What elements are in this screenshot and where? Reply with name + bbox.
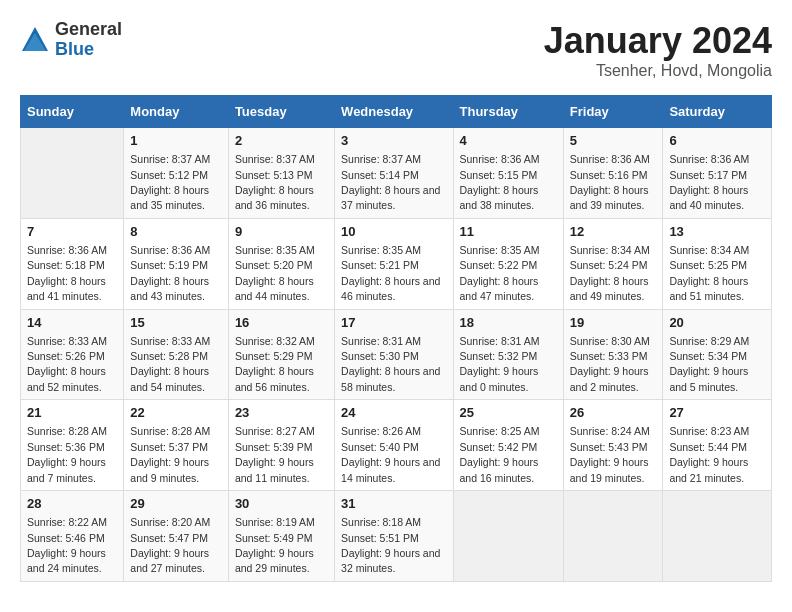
- day-sunset: Sunset: 5:14 PM: [341, 169, 419, 181]
- day-number: 21: [27, 404, 117, 422]
- day-sunrise: Sunrise: 8:20 AM: [130, 516, 210, 528]
- day-sunrise: Sunrise: 8:18 AM: [341, 516, 421, 528]
- day-sunset: Sunset: 5:47 PM: [130, 532, 208, 544]
- day-sunrise: Sunrise: 8:28 AM: [27, 425, 107, 437]
- day-sunset: Sunset: 5:37 PM: [130, 441, 208, 453]
- calendar-week-row: 7 Sunrise: 8:36 AM Sunset: 5:18 PM Dayli…: [21, 218, 772, 309]
- day-sunrise: Sunrise: 8:31 AM: [460, 335, 540, 347]
- header-sunday: Sunday: [21, 96, 124, 128]
- day-number: 12: [570, 223, 657, 241]
- day-daylight: Daylight: 9 hours and 9 minutes.: [130, 456, 209, 483]
- day-sunset: Sunset: 5:32 PM: [460, 350, 538, 362]
- day-daylight: Daylight: 8 hours and 35 minutes.: [130, 184, 209, 211]
- calendar-cell: 2 Sunrise: 8:37 AM Sunset: 5:13 PM Dayli…: [228, 128, 334, 219]
- calendar-cell: 4 Sunrise: 8:36 AM Sunset: 5:15 PM Dayli…: [453, 128, 563, 219]
- day-daylight: Daylight: 8 hours and 51 minutes.: [669, 275, 748, 302]
- day-sunset: Sunset: 5:28 PM: [130, 350, 208, 362]
- day-daylight: Daylight: 9 hours and 7 minutes.: [27, 456, 106, 483]
- day-sunrise: Sunrise: 8:37 AM: [341, 153, 421, 165]
- calendar-cell: 15 Sunrise: 8:33 AM Sunset: 5:28 PM Dayl…: [124, 309, 229, 400]
- day-daylight: Daylight: 9 hours and 16 minutes.: [460, 456, 539, 483]
- day-sunset: Sunset: 5:30 PM: [341, 350, 419, 362]
- day-sunrise: Sunrise: 8:36 AM: [669, 153, 749, 165]
- calendar-cell: 28 Sunrise: 8:22 AM Sunset: 5:46 PM Dayl…: [21, 491, 124, 582]
- calendar-cell: 10 Sunrise: 8:35 AM Sunset: 5:21 PM Dayl…: [335, 218, 453, 309]
- day-number: 2: [235, 132, 328, 150]
- day-number: 14: [27, 314, 117, 332]
- day-number: 27: [669, 404, 765, 422]
- day-daylight: Daylight: 8 hours and 49 minutes.: [570, 275, 649, 302]
- calendar-cell: 8 Sunrise: 8:36 AM Sunset: 5:19 PM Dayli…: [124, 218, 229, 309]
- day-sunset: Sunset: 5:34 PM: [669, 350, 747, 362]
- location: Tsenher, Hovd, Mongolia: [544, 62, 772, 80]
- day-daylight: Daylight: 8 hours and 40 minutes.: [669, 184, 748, 211]
- day-daylight: Daylight: 9 hours and 5 minutes.: [669, 365, 748, 392]
- day-number: 26: [570, 404, 657, 422]
- day-sunset: Sunset: 5:36 PM: [27, 441, 105, 453]
- calendar-cell: 30 Sunrise: 8:19 AM Sunset: 5:49 PM Dayl…: [228, 491, 334, 582]
- day-sunset: Sunset: 5:19 PM: [130, 259, 208, 271]
- day-sunrise: Sunrise: 8:24 AM: [570, 425, 650, 437]
- calendar-cell: 6 Sunrise: 8:36 AM Sunset: 5:17 PM Dayli…: [663, 128, 772, 219]
- day-daylight: Daylight: 9 hours and 24 minutes.: [27, 547, 106, 574]
- day-daylight: Daylight: 8 hours and 44 minutes.: [235, 275, 314, 302]
- day-number: 19: [570, 314, 657, 332]
- day-number: 5: [570, 132, 657, 150]
- calendar-week-row: 28 Sunrise: 8:22 AM Sunset: 5:46 PM Dayl…: [21, 491, 772, 582]
- day-daylight: Daylight: 9 hours and 27 minutes.: [130, 547, 209, 574]
- header-thursday: Thursday: [453, 96, 563, 128]
- calendar-cell: 26 Sunrise: 8:24 AM Sunset: 5:43 PM Dayl…: [563, 400, 663, 491]
- day-daylight: Daylight: 8 hours and 37 minutes.: [341, 184, 440, 211]
- page-header: General Blue January 2024 Tsenher, Hovd,…: [20, 20, 772, 80]
- logo-blue: Blue: [55, 40, 122, 60]
- day-sunset: Sunset: 5:51 PM: [341, 532, 419, 544]
- day-sunrise: Sunrise: 8:36 AM: [460, 153, 540, 165]
- day-daylight: Daylight: 9 hours and 14 minutes.: [341, 456, 440, 483]
- day-number: 15: [130, 314, 222, 332]
- calendar-header: Sunday Monday Tuesday Wednesday Thursday…: [21, 96, 772, 128]
- day-daylight: Daylight: 8 hours and 47 minutes.: [460, 275, 539, 302]
- calendar-cell: 11 Sunrise: 8:35 AM Sunset: 5:22 PM Dayl…: [453, 218, 563, 309]
- day-sunrise: Sunrise: 8:27 AM: [235, 425, 315, 437]
- day-sunset: Sunset: 5:16 PM: [570, 169, 648, 181]
- calendar-cell: 9 Sunrise: 8:35 AM Sunset: 5:20 PM Dayli…: [228, 218, 334, 309]
- calendar-table: Sunday Monday Tuesday Wednesday Thursday…: [20, 95, 772, 582]
- day-sunset: Sunset: 5:33 PM: [570, 350, 648, 362]
- day-sunset: Sunset: 5:25 PM: [669, 259, 747, 271]
- calendar-week-row: 1 Sunrise: 8:37 AM Sunset: 5:12 PM Dayli…: [21, 128, 772, 219]
- day-sunset: Sunset: 5:13 PM: [235, 169, 313, 181]
- day-sunset: Sunset: 5:21 PM: [341, 259, 419, 271]
- day-sunset: Sunset: 5:18 PM: [27, 259, 105, 271]
- day-sunrise: Sunrise: 8:35 AM: [341, 244, 421, 256]
- calendar-cell: 5 Sunrise: 8:36 AM Sunset: 5:16 PM Dayli…: [563, 128, 663, 219]
- day-number: 13: [669, 223, 765, 241]
- day-number: 10: [341, 223, 446, 241]
- day-daylight: Daylight: 8 hours and 52 minutes.: [27, 365, 106, 392]
- calendar-cell: [563, 491, 663, 582]
- day-sunset: Sunset: 5:29 PM: [235, 350, 313, 362]
- day-sunset: Sunset: 5:39 PM: [235, 441, 313, 453]
- calendar-cell: 13 Sunrise: 8:34 AM Sunset: 5:25 PM Dayl…: [663, 218, 772, 309]
- day-number: 3: [341, 132, 446, 150]
- day-number: 20: [669, 314, 765, 332]
- calendar-body: 1 Sunrise: 8:37 AM Sunset: 5:12 PM Dayli…: [21, 128, 772, 582]
- calendar-week-row: 14 Sunrise: 8:33 AM Sunset: 5:26 PM Dayl…: [21, 309, 772, 400]
- day-number: 29: [130, 495, 222, 513]
- day-daylight: Daylight: 8 hours and 58 minutes.: [341, 365, 440, 392]
- day-sunrise: Sunrise: 8:33 AM: [130, 335, 210, 347]
- day-sunrise: Sunrise: 8:22 AM: [27, 516, 107, 528]
- logo-text: General Blue: [55, 20, 122, 60]
- day-sunrise: Sunrise: 8:34 AM: [669, 244, 749, 256]
- day-daylight: Daylight: 8 hours and 54 minutes.: [130, 365, 209, 392]
- day-daylight: Daylight: 9 hours and 11 minutes.: [235, 456, 314, 483]
- month-title: January 2024: [544, 20, 772, 62]
- day-sunset: Sunset: 5:17 PM: [669, 169, 747, 181]
- calendar-cell: 7 Sunrise: 8:36 AM Sunset: 5:18 PM Dayli…: [21, 218, 124, 309]
- header-monday: Monday: [124, 96, 229, 128]
- header-friday: Friday: [563, 96, 663, 128]
- calendar-cell: 3 Sunrise: 8:37 AM Sunset: 5:14 PM Dayli…: [335, 128, 453, 219]
- calendar-cell: 14 Sunrise: 8:33 AM Sunset: 5:26 PM Dayl…: [21, 309, 124, 400]
- day-sunset: Sunset: 5:40 PM: [341, 441, 419, 453]
- day-sunrise: Sunrise: 8:25 AM: [460, 425, 540, 437]
- day-number: 30: [235, 495, 328, 513]
